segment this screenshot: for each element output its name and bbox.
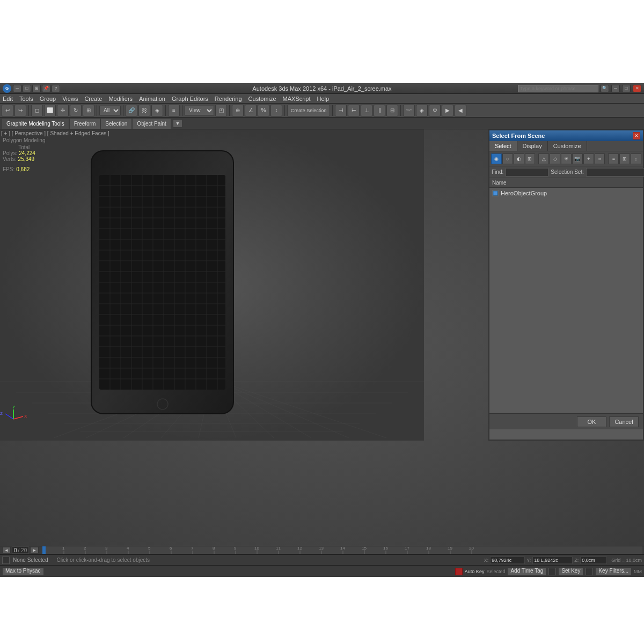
min-btn[interactable]: ─ xyxy=(611,85,620,92)
named-sel-btn[interactable]: Create Selection xyxy=(287,105,330,116)
menu-graph-editors[interactable]: Graph Editors xyxy=(172,96,208,102)
set-key-btn[interactable]: Set Key xyxy=(558,567,583,576)
tab-object-paint[interactable]: Object Paint xyxy=(132,118,171,129)
dialog-select-none-btn[interactable]: ○ xyxy=(502,153,513,164)
tab-selection[interactable]: Selection xyxy=(100,118,132,129)
menu-modifiers[interactable]: Modifiers xyxy=(108,96,133,102)
rotate-btn[interactable]: ↻ xyxy=(70,105,82,116)
verts-label: Verts: xyxy=(3,156,17,162)
redo-btn[interactable]: ↪ xyxy=(14,105,26,116)
dialog-select-all-btn[interactable]: ◉ xyxy=(491,153,502,164)
dialog-title: Select From Scene xyxy=(492,133,545,139)
maximize-btn[interactable]: ⊞ xyxy=(32,85,41,92)
unlink-btn[interactable]: ⛓ xyxy=(138,105,150,116)
spinner-snap-btn[interactable]: ↕ xyxy=(270,105,282,116)
bind-btn[interactable]: ◈ xyxy=(151,105,163,116)
menu-views[interactable]: Views xyxy=(62,96,78,102)
tab-graphite-modeling[interactable]: Graphite Modeling Tools xyxy=(2,118,69,129)
prev-frame-btn[interactable]: ◄ xyxy=(2,547,11,553)
view-dropdown[interactable]: View xyxy=(185,106,214,115)
dialog-list[interactable]: HeroObjectGroup xyxy=(489,188,643,413)
menu-create[interactable]: Create xyxy=(84,96,102,102)
coord-bar: X: Y: Z: Grid = 10,0cm xyxy=(484,557,642,564)
help-btn[interactable]: ? xyxy=(52,85,60,92)
render-setup-btn[interactable]: ⚙ xyxy=(429,105,441,116)
tab-customize[interactable]: Customize xyxy=(548,141,587,151)
menu-help[interactable]: Help xyxy=(317,96,330,102)
tab-select[interactable]: Select xyxy=(489,141,517,151)
dialog-geo-filter-btn[interactable]: △ xyxy=(538,153,549,164)
x-coord-input[interactable] xyxy=(490,557,525,564)
selected-label: Selected xyxy=(486,569,505,574)
snaps-btn[interactable]: ⊕ xyxy=(232,105,244,116)
max-to-physac-btn[interactable]: Max to Physac xyxy=(2,567,44,576)
y-coord-input[interactable] xyxy=(532,557,573,564)
menu-edit[interactable]: Edit xyxy=(3,96,13,102)
curve-btn[interactable]: 〰 xyxy=(403,105,415,116)
view-btn2[interactable]: ◰ xyxy=(215,105,227,116)
graphite-settings-btn[interactable]: ▼ xyxy=(173,119,182,128)
dialog-cancel-btn[interactable]: Cancel xyxy=(609,416,639,427)
align4-btn[interactable]: ⊟ xyxy=(386,105,398,116)
select-btn[interactable]: ◻ xyxy=(31,105,43,116)
svg-text:2: 2 xyxy=(84,546,86,551)
z-coord-input[interactable] xyxy=(580,557,607,564)
percent-snap-btn[interactable]: % xyxy=(258,105,269,116)
max-btn[interactable]: □ xyxy=(622,85,631,92)
dialog-light-filter-btn[interactable]: ☀ xyxy=(561,153,572,164)
main-viewport[interactable]: [ + ] [ Perspective ] [ Shaded + Edged F… xyxy=(0,129,644,546)
next-frame-btn[interactable]: ► xyxy=(30,547,39,553)
select-region-btn[interactable]: ⬜ xyxy=(44,105,56,116)
fps-value: 0,682 xyxy=(16,166,30,172)
dialog-spacewarp-filter-btn[interactable]: ≈ xyxy=(595,153,605,164)
align3-btn[interactable]: ‖ xyxy=(374,105,385,116)
menu-animation[interactable]: Animation xyxy=(139,96,165,102)
dialog-list-header: Name xyxy=(489,178,643,188)
dialog-camera-filter-btn[interactable]: 📷 xyxy=(572,153,583,164)
dialog-shape-filter-btn[interactable]: ◇ xyxy=(550,153,560,164)
status-icon[interactable] xyxy=(2,557,10,564)
undo-btn[interactable]: ↩ xyxy=(2,105,13,116)
dialog-sort-btn[interactable]: ↕ xyxy=(631,153,641,164)
dialog-helper-filter-btn[interactable]: + xyxy=(583,153,594,164)
dialog-ok-btn[interactable]: OK xyxy=(577,416,606,427)
search-input[interactable] xyxy=(518,85,598,92)
menu-maxscript[interactable]: MAXScript xyxy=(283,96,311,102)
list-item[interactable]: HeroObjectGroup xyxy=(489,188,643,199)
align-btn[interactable]: ⊢ xyxy=(348,105,360,116)
dialog-close-btn[interactable]: ✕ xyxy=(633,132,640,140)
dialog-find-input[interactable] xyxy=(506,168,548,177)
render-btn[interactable]: ▶ xyxy=(442,105,453,116)
menu-customize[interactable]: Customize xyxy=(248,96,276,102)
dialog-invert-btn[interactable]: ◐ xyxy=(514,153,524,164)
add-time-tag-btn[interactable]: Add Time Tag xyxy=(507,567,546,576)
dialog-selection-set-input[interactable] xyxy=(586,168,644,177)
align2-btn[interactable]: ⊥ xyxy=(361,105,372,116)
selection-dropdown[interactable]: All xyxy=(99,106,121,115)
layer-btn[interactable]: ≡ xyxy=(168,105,180,116)
z-label: Z: xyxy=(574,558,579,563)
tab-freeform[interactable]: Freeform xyxy=(69,118,101,129)
link-btn[interactable]: 🔗 xyxy=(126,105,137,116)
timeline-ruler[interactable]: 0 1 2 3 4 5 6 7 8 9 10 xyxy=(42,546,642,554)
menu-rendering[interactable]: Rendering xyxy=(215,96,242,102)
search-btn[interactable]: 🔍 xyxy=(601,85,609,92)
menu-tools[interactable]: Tools xyxy=(19,96,33,102)
viewport-3d: [ + ] [ Perspective ] [ Shaded + Edged F… xyxy=(0,129,644,546)
close-btn[interactable]: ✕ xyxy=(633,85,641,92)
scale-btn[interactable]: ⊞ xyxy=(83,105,94,116)
angle-snap-btn[interactable]: ∠ xyxy=(245,105,257,116)
mirror-btn[interactable]: ⊣ xyxy=(335,105,347,116)
tab-display[interactable]: Display xyxy=(517,141,548,151)
menu-group[interactable]: Group xyxy=(40,96,56,102)
pin-btn[interactable]: 📌 xyxy=(42,85,50,92)
key-filters-btn[interactable]: Key Filters... xyxy=(595,567,632,576)
move-btn[interactable]: ✛ xyxy=(57,105,69,116)
dialog-list-type-btn[interactable]: ≡ xyxy=(608,153,619,164)
minimize-btn[interactable]: ─ xyxy=(13,85,21,92)
mat-editor-btn[interactable]: ◈ xyxy=(416,105,428,116)
activeview-btn[interactable]: ◀ xyxy=(455,105,466,116)
dialog-select-children-btn[interactable]: ⊞ xyxy=(525,153,536,164)
restore-btn[interactable]: □ xyxy=(23,85,31,92)
dialog-icon-type-btn[interactable]: ⊞ xyxy=(619,153,630,164)
